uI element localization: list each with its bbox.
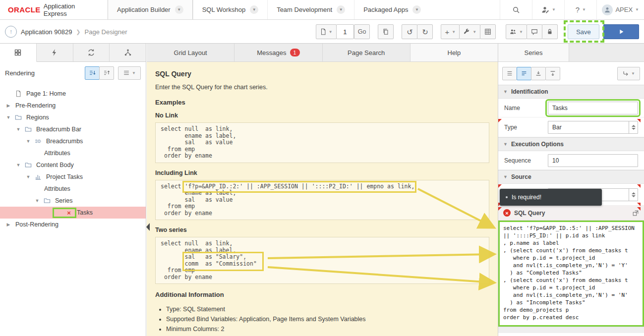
tree-item-series[interactable]: ▼ Series bbox=[0, 195, 146, 207]
sequence-input[interactable] bbox=[548, 154, 638, 167]
redo-button[interactable]: ↻ bbox=[417, 24, 433, 39]
disclosure-expanded-icon[interactable]: ▼ bbox=[25, 139, 32, 144]
chevron-down-icon: ▼ bbox=[329, 30, 333, 34]
rendering-panel: Rendering ▼ Page 1: Home ▶ Pre-Ren bbox=[0, 44, 146, 336]
go-button[interactable]: Go bbox=[354, 24, 370, 39]
search-button[interactable] bbox=[500, 0, 532, 19]
tab-messages[interactable]: Messages 1 bbox=[234, 44, 322, 61]
disclosure-expanded-icon[interactable]: ▼ bbox=[15, 127, 22, 132]
code-example-two-series: select null as link, ename as label, sal… bbox=[155, 237, 489, 284]
chevron-down-icon: ▼ bbox=[472, 30, 476, 34]
order-by-processing-button[interactable] bbox=[85, 66, 100, 80]
tab-label: Help bbox=[448, 49, 461, 56]
application-label[interactable]: Application 90829 bbox=[21, 28, 72, 36]
sql-query-editor[interactable]: select 'f?p=&APP_ID.:5:' || :APP_SESSION… bbox=[498, 221, 644, 327]
spinner-icon[interactable] bbox=[629, 189, 638, 201]
disclosure-expanded-icon[interactable]: ▼ bbox=[34, 198, 41, 203]
type-select[interactable]: Bar bbox=[548, 121, 638, 134]
tree-item-pre-rendering[interactable]: ▶ Pre-Rendering bbox=[0, 100, 146, 112]
spinner-icon[interactable] bbox=[629, 121, 638, 133]
lock-button[interactable] bbox=[542, 24, 558, 39]
tab-application-builder[interactable]: Application Builder ▼ bbox=[108, 0, 193, 19]
show-all-button[interactable] bbox=[502, 67, 517, 80]
page-selector-button[interactable]: ▼ bbox=[316, 24, 337, 39]
tree-item-post-rendering[interactable]: ▶ Post-Rendering bbox=[0, 219, 146, 230]
disclosure-expanded-icon[interactable]: ▼ bbox=[15, 163, 22, 168]
disclosure-expanded-icon[interactable]: ▼ bbox=[25, 174, 32, 179]
panel-splitter-handle[interactable] bbox=[146, 223, 150, 231]
shortcuts-button[interactable] bbox=[480, 24, 496, 39]
tab-grid-layout[interactable]: Grid Layout bbox=[147, 44, 234, 61]
tree-item-regions[interactable]: ▼ Regions bbox=[0, 112, 146, 123]
disclosure-expanded-icon[interactable]: ▼ bbox=[5, 115, 12, 120]
tree-item-label: Attributes bbox=[43, 150, 72, 157]
page-number-input[interactable] bbox=[336, 24, 354, 39]
help-menu-button[interactable]: ? ▼ bbox=[564, 0, 596, 19]
tree-item-breadcrumbs-attributes[interactable]: Attributes bbox=[0, 147, 146, 159]
comments-button[interactable] bbox=[527, 24, 542, 39]
undo-button[interactable]: ↺ bbox=[402, 24, 417, 39]
rendering-header: Rendering ▼ bbox=[0, 62, 146, 84]
tree-view-menu-button[interactable]: ▼ bbox=[118, 66, 141, 80]
tree-item-tasks[interactable]: × Tasks bbox=[0, 207, 146, 219]
disclosure-collapsed-icon[interactable]: ▶ bbox=[5, 222, 12, 227]
execution-options-section-header[interactable]: ▼ Execution Options bbox=[498, 137, 644, 151]
account-menu-button[interactable]: APEX ▼ bbox=[596, 0, 644, 19]
page-copy-button[interactable] bbox=[378, 24, 394, 39]
tab-packaged-apps[interactable]: Packaged Apps ▼ bbox=[354, 0, 430, 19]
error-x-icon: × bbox=[64, 209, 73, 217]
team-menu-button[interactable]: ▼ bbox=[506, 24, 527, 39]
panel-tab-processing[interactable] bbox=[73, 44, 110, 61]
go-to-group-button[interactable]: ▼ bbox=[617, 67, 640, 80]
chevron-down-icon[interactable]: ▼ bbox=[337, 5, 345, 14]
panel-tab-rendering[interactable] bbox=[0, 44, 37, 62]
tab-series[interactable]: Series bbox=[498, 44, 569, 61]
run-button[interactable] bbox=[603, 24, 639, 39]
tree-item-breadcrumb-bar[interactable]: ▼ Breadcrumb Bar bbox=[0, 123, 146, 135]
tab-label: Application Builder bbox=[117, 6, 171, 13]
tab-label: SQL Workshop bbox=[202, 6, 245, 13]
tooltip-text: Is required! bbox=[512, 194, 541, 201]
tree-item-page-home[interactable]: Page 1: Home bbox=[0, 88, 146, 100]
left-panel-tabs bbox=[0, 44, 146, 62]
disclosure-collapsed-icon[interactable]: ▶ bbox=[5, 103, 12, 108]
tab-help[interactable]: Help bbox=[410, 44, 498, 61]
chevron-down-icon: ▼ bbox=[582, 7, 586, 12]
source-section-header[interactable]: ▼ Source bbox=[498, 170, 644, 184]
chevron-down-icon[interactable]: ▼ bbox=[175, 5, 183, 14]
tab-sql-workshop[interactable]: SQL Workshop ▼ bbox=[193, 0, 267, 19]
chevron-down-icon[interactable]: ▼ bbox=[412, 5, 421, 14]
chevron-down-icon[interactable]: ▼ bbox=[250, 5, 258, 14]
create-menu-button[interactable]: +▼ bbox=[441, 24, 460, 39]
identification-section-header[interactable]: ▼ Identification bbox=[498, 85, 644, 99]
open-code-editor-button[interactable] bbox=[632, 210, 639, 217]
tree-item-project-tasks[interactable]: ▼ Project Tasks bbox=[0, 171, 146, 183]
tree-item-breadcrumbs[interactable]: ▼ Breadcrumbs bbox=[0, 135, 146, 147]
section-title: Execution Options bbox=[511, 141, 564, 148]
tab-team-development[interactable]: Team Development ▼ bbox=[267, 0, 354, 19]
folder-icon bbox=[24, 162, 33, 168]
go-up-button[interactable]: ↑ bbox=[5, 26, 17, 38]
panel-tab-shared-components[interactable] bbox=[110, 44, 146, 61]
toolbar-controls: ▼ Go ↺ ↻ +▼ ▼ ▼ bbox=[316, 24, 639, 39]
sql-query-section-header[interactable]: × SQL Query bbox=[498, 206, 644, 221]
examples-heading: Examples bbox=[155, 99, 489, 106]
oracle-logo: ORACLE Application Express bbox=[0, 0, 108, 19]
admin-menu-button[interactable]: ▼ bbox=[532, 0, 564, 19]
show-common-button[interactable] bbox=[517, 67, 531, 80]
panel-tab-dynamic-actions[interactable] bbox=[37, 44, 73, 61]
tree-item-content-body[interactable]: ▼ Content Body bbox=[0, 159, 146, 171]
collapse-all-button[interactable] bbox=[531, 67, 546, 80]
tree-item-project-tasks-attributes[interactable]: Attributes bbox=[0, 183, 146, 195]
utilities-menu-button[interactable]: ▼ bbox=[459, 24, 480, 39]
name-input[interactable] bbox=[548, 102, 638, 114]
center-panel: Grid Layout Messages 1 Page Search Help … bbox=[147, 44, 498, 336]
sort-order-icon bbox=[89, 69, 96, 76]
order-alphabetical-button[interactable] bbox=[99, 66, 114, 80]
section-title: SQL Query bbox=[514, 210, 545, 217]
disclosure-expanded-icon: ▼ bbox=[503, 142, 508, 147]
save-button[interactable]: Save bbox=[568, 24, 599, 39]
info-bullet: Minimum Columns: 2 bbox=[166, 324, 489, 334]
expand-all-button[interactable] bbox=[545, 67, 560, 80]
tab-page-search[interactable]: Page Search bbox=[323, 44, 410, 61]
